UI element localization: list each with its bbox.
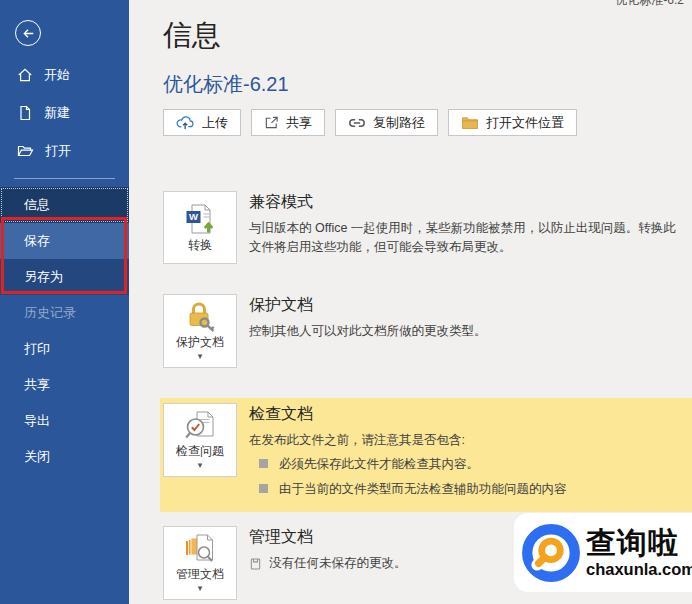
sidebar-item-label: 信息 <box>24 196 50 214</box>
chaxunla-logo-icon <box>520 522 582 584</box>
sidebar-item-new[interactable]: 新建 <box>0 94 129 132</box>
section-description: 在发布此文件之前，请注意其是否包含: <box>249 431 567 450</box>
sidebar-item-label: 打印 <box>24 340 50 358</box>
warning-item: 由于当前的文件类型而无法检查辅助功能问题的内容 <box>259 480 567 499</box>
inspect-document-section: 检查问题 ▾ 检查文档 在发布此文件之前，请注意其是否包含: 必须先保存此文件才… <box>160 398 692 512</box>
button-label: 复制路径 <box>373 114 425 132</box>
section-title: 保护文档 <box>249 295 487 316</box>
sidebar-item-label: 打开 <box>45 142 71 160</box>
bullet-square-icon <box>259 459 268 468</box>
section-text: 管理文档 没有任何未保存的更改。 <box>249 526 407 573</box>
dropdown-caret-icon: ▾ <box>198 352 203 361</box>
warning-item: 必须先保存此文件才能检查其内容。 <box>259 455 567 474</box>
sidebar-item-history: 历史记录 <box>0 295 129 331</box>
folder-icon <box>461 116 479 129</box>
sidebar-item-label: 共享 <box>24 376 50 394</box>
document-title: 优化标准-6.21 <box>163 71 692 98</box>
sidebar-top-nav: 开始 新建 打开 <box>0 56 129 170</box>
sidebar-item-label: 历史记录 <box>24 304 76 322</box>
button-label: 转换 <box>188 238 212 253</box>
section-title: 检查文档 <box>249 404 567 425</box>
sidebar-item-print[interactable]: 打印 <box>0 331 129 367</box>
warning-text: 由于当前的文件类型而无法检查辅助功能问题的内容 <box>279 480 567 499</box>
watermark-text: 查询啦 chaxunla.com <box>586 528 692 578</box>
button-label: 检查问题 <box>176 444 224 459</box>
section-text: 检查文档 在发布此文件之前，请注意其是否包含: 必须先保存此文件才能检查其内容。… <box>249 403 567 499</box>
watermark-domain: chaxunla.com <box>586 561 692 578</box>
document-action-bar: 上传 共享 复制路径 <box>163 109 692 136</box>
share-icon <box>264 115 279 130</box>
dropdown-caret-icon: ▾ <box>198 584 203 593</box>
button-label: 打开文件位置 <box>486 114 564 132</box>
link-icon <box>348 117 366 129</box>
protect-document-section: 保护文档 ▾ 保护文档 控制其他人可以对此文档所做的更改类型。 <box>163 294 692 368</box>
convert-button[interactable]: W 转换 <box>163 191 237 264</box>
button-label: 保护文档 <box>176 335 224 350</box>
sidebar-item-save-as[interactable]: 另存为 <box>0 259 129 295</box>
compatibility-mode-section: W 转换 兼容模式 与旧版本的 Office 一起使用时，某些新功能被禁用，以防… <box>163 191 692 264</box>
button-label: 管理文档 <box>176 567 224 582</box>
upload-button[interactable]: 上传 <box>163 109 241 136</box>
upload-cloud-icon <box>176 115 195 130</box>
svg-text:W: W <box>189 211 198 222</box>
section-text: 保护文档 控制其他人可以对此文档所做的更改类型。 <box>249 294 487 341</box>
dropdown-caret-icon: ▾ <box>198 461 203 470</box>
section-title: 兼容模式 <box>249 192 681 213</box>
sidebar-item-close[interactable]: 关闭 <box>0 439 129 475</box>
sidebar-item-label: 开始 <box>44 66 70 84</box>
new-document-icon <box>17 105 33 121</box>
inspect-document-icon <box>183 410 217 442</box>
sidebar-item-label: 保存 <box>24 232 50 250</box>
button-label: 共享 <box>286 114 312 132</box>
back-arrow-icon <box>21 26 36 41</box>
page-title: 信息 <box>163 16 692 56</box>
sidebar-item-export[interactable]: 导出 <box>0 403 129 439</box>
unsaved-changes-row: 没有任何未保存的更改。 <box>249 554 407 573</box>
sidebar-item-save[interactable]: 保存 <box>0 223 129 259</box>
manage-document-button[interactable]: 管理文档 ▾ <box>163 526 237 600</box>
window-title-clipped: 优化标准-6.2 <box>615 0 684 9</box>
warning-text: 必须先保存此文件才能检查其内容。 <box>279 455 479 474</box>
watermark-name: 查询啦 <box>586 528 692 558</box>
section-description: 与旧版本的 Office 一起使用时，某些新功能被禁用，以防止出现问题。转换此文… <box>249 219 681 258</box>
sidebar-item-home[interactable]: 开始 <box>0 56 129 94</box>
copy-path-button[interactable]: 复制路径 <box>335 109 438 136</box>
button-label: 上传 <box>202 114 228 132</box>
backstage-sidebar: 开始 新建 打开 信息 保存 <box>0 0 129 604</box>
back-button[interactable] <box>15 20 41 46</box>
lock-key-icon <box>183 301 217 333</box>
open-folder-icon <box>17 143 34 159</box>
section-text: 兼容模式 与旧版本的 Office 一起使用时，某些新功能被禁用，以防止出现问题… <box>249 191 681 258</box>
share-button[interactable]: 共享 <box>251 109 325 136</box>
convert-document-icon: W <box>183 202 217 236</box>
sidebar-menu: 信息 保存 另存为 历史记录 打印 共享 导出 关闭 <box>0 187 129 475</box>
home-icon <box>17 67 33 83</box>
sidebar-item-label: 另存为 <box>24 268 63 286</box>
sidebar-item-label: 导出 <box>24 412 50 430</box>
sidebar-item-label: 新建 <box>44 104 70 122</box>
protect-document-button[interactable]: 保护文档 ▾ <box>163 294 237 368</box>
check-for-issues-button[interactable]: 检查问题 ▾ <box>163 403 237 477</box>
chaxunla-watermark: 查询啦 chaxunla.com <box>514 513 692 592</box>
sidebar-item-label: 关闭 <box>24 448 50 466</box>
manage-document-icon <box>183 533 217 565</box>
section-description: 控制其他人可以对此文档所做的更改类型。 <box>249 322 487 341</box>
sidebar-item-info[interactable]: 信息 <box>0 187 129 223</box>
open-file-location-button[interactable]: 打开文件位置 <box>448 109 577 136</box>
section-description: 没有任何未保存的更改。 <box>269 554 407 573</box>
bullet-square-icon <box>259 484 268 493</box>
small-document-icon <box>249 557 262 571</box>
section-title: 管理文档 <box>249 527 407 548</box>
sidebar-item-open[interactable]: 打开 <box>0 132 129 170</box>
sidebar-divider <box>14 178 115 179</box>
sidebar-item-share[interactable]: 共享 <box>0 367 129 403</box>
